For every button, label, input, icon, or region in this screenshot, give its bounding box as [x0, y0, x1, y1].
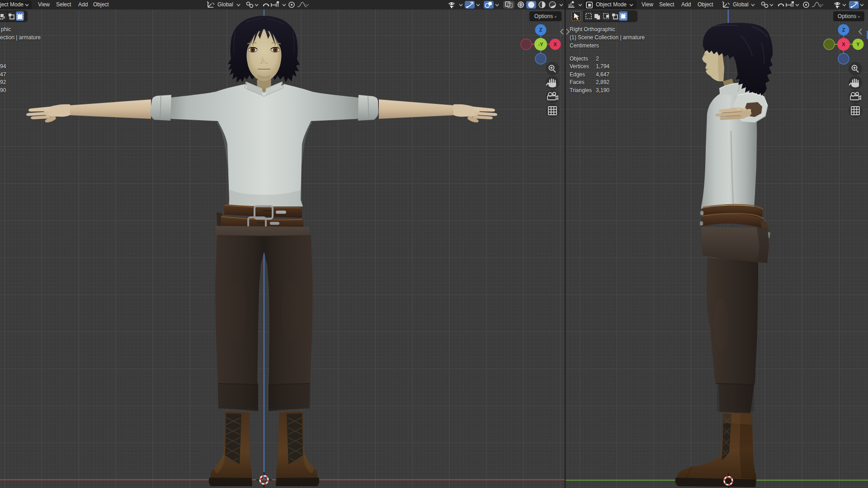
svg-text:Z: Z: [842, 27, 845, 33]
svg-text:Y: Y: [856, 42, 860, 47]
svg-text:X: X: [553, 42, 557, 47]
svg-text:Z: Z: [539, 27, 542, 33]
svg-text:-Y: -Y: [538, 42, 544, 47]
svg-text:X: X: [842, 42, 845, 47]
